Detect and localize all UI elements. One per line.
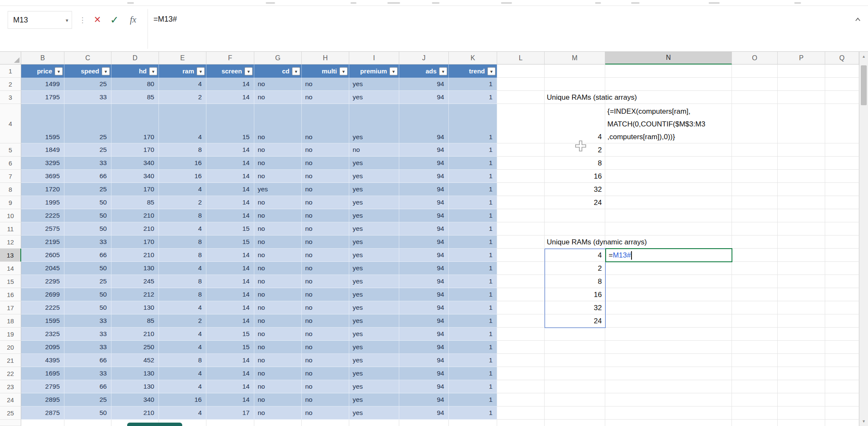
cell-D22[interactable]: 130 xyxy=(111,367,159,380)
row-header-19[interactable]: 19 xyxy=(0,328,21,341)
cell-C22[interactable]: 33 xyxy=(64,367,111,380)
cell-J7[interactable]: 94 xyxy=(399,170,449,183)
cell-B10[interactable]: 2225 xyxy=(21,209,64,222)
cell-B16[interactable]: 2699 xyxy=(21,288,64,301)
column-header-H[interactable]: H xyxy=(302,52,349,64)
cell-E19[interactable]: 4 xyxy=(159,328,206,341)
cell-D12[interactable]: 170 xyxy=(111,235,159,249)
cell-D7[interactable]: 340 xyxy=(111,170,159,183)
cell-D3[interactable]: 85 xyxy=(111,91,159,104)
cell-E4[interactable]: 4 xyxy=(159,104,206,143)
cell-D9[interactable]: 85 xyxy=(111,196,159,209)
table-header-trend[interactable]: trend▾ xyxy=(449,64,497,78)
cell-K7[interactable]: 1 xyxy=(449,170,497,183)
column-header-I[interactable]: I xyxy=(349,52,399,64)
row-header-12[interactable]: 12 xyxy=(0,235,21,249)
cell-I2[interactable]: yes xyxy=(349,78,399,91)
cell-J21[interactable]: 94 xyxy=(399,354,449,367)
cell-F3[interactable]: 14 xyxy=(206,91,254,104)
cell-G15[interactable]: no xyxy=(254,275,302,288)
row-header-7[interactable]: 7 xyxy=(0,170,21,183)
column-header-L[interactable]: L xyxy=(497,52,545,64)
cell-J22[interactable]: 94 xyxy=(399,367,449,380)
column-header-Q[interactable]: Q xyxy=(825,52,859,64)
column-header-E[interactable]: E xyxy=(159,52,206,64)
table-header-multi[interactable]: multi▾ xyxy=(302,64,349,78)
cell-H5[interactable]: no xyxy=(302,143,349,157)
row-header-11[interactable]: 11 xyxy=(0,222,21,235)
cell-M7[interactable]: 16 xyxy=(545,170,605,183)
cell-I21[interactable]: yes xyxy=(349,354,399,367)
row-header-6[interactable]: 6 xyxy=(0,157,21,170)
cell-H2[interactable]: no xyxy=(302,78,349,91)
cell-K6[interactable]: 1 xyxy=(449,157,497,170)
cell-I9[interactable]: yes xyxy=(349,196,399,209)
cell-G3[interactable]: no xyxy=(254,91,302,104)
cell-G2[interactable]: no xyxy=(254,78,302,91)
filter-button-multi[interactable]: ▾ xyxy=(339,67,348,75)
table-header-ads[interactable]: ads▾ xyxy=(399,64,449,78)
cell-G5[interactable]: no xyxy=(254,143,302,157)
cell-D18[interactable]: 85 xyxy=(111,314,159,328)
cell-B15[interactable]: 2295 xyxy=(21,275,64,288)
row-header-9[interactable]: 9 xyxy=(0,196,21,209)
cell-I19[interactable]: yes xyxy=(349,328,399,341)
row-header-24[interactable]: 24 xyxy=(0,393,21,406)
column-header-N[interactable]: N xyxy=(605,52,732,64)
vertical-scroll-thumb[interactable] xyxy=(861,65,867,105)
cell-C15[interactable]: 25 xyxy=(64,275,111,288)
row-header-20[interactable]: 20 xyxy=(0,341,21,354)
row-header-8[interactable]: 8 xyxy=(0,183,21,196)
cell-M4[interactable]: 4 xyxy=(545,104,605,143)
cell-I7[interactable]: yes xyxy=(349,170,399,183)
cell-G18[interactable]: no xyxy=(254,314,302,328)
row-header-13[interactable]: 13 xyxy=(0,249,21,262)
cell-H16[interactable]: no xyxy=(302,288,349,301)
cell-B21[interactable]: 4395 xyxy=(21,354,64,367)
cell-G13[interactable]: no xyxy=(254,249,302,262)
row-header-18[interactable]: 18 xyxy=(0,314,21,328)
cell-I20[interactable]: yes xyxy=(349,341,399,354)
table-header-screen[interactable]: screen▾ xyxy=(206,64,254,78)
cell-D24[interactable]: 340 xyxy=(111,393,159,406)
cell-C25[interactable]: 50 xyxy=(64,406,111,420)
cell-I22[interactable]: yes xyxy=(349,367,399,380)
cell-H19[interactable]: no xyxy=(302,328,349,341)
cell-H21[interactable]: no xyxy=(302,354,349,367)
cell-J25[interactable]: 94 xyxy=(399,406,449,420)
cell-K24[interactable]: 1 xyxy=(449,393,497,406)
cell-H25[interactable]: no xyxy=(302,406,349,420)
cell-M17[interactable]: 32 xyxy=(545,301,605,314)
cell-F2[interactable]: 14 xyxy=(206,78,254,91)
cell-C20[interactable]: 33 xyxy=(64,341,111,354)
column-header-M[interactable]: M xyxy=(545,52,605,64)
row-header-2[interactable]: 2 xyxy=(0,78,21,91)
cell-F24[interactable]: 14 xyxy=(206,393,254,406)
cell-E22[interactable]: 4 xyxy=(159,367,206,380)
cell-J6[interactable]: 94 xyxy=(399,157,449,170)
cell-C8[interactable]: 25 xyxy=(64,183,111,196)
cell-F6[interactable]: 14 xyxy=(206,157,254,170)
column-header-B[interactable]: B xyxy=(21,52,64,64)
cell-C18[interactable]: 33 xyxy=(64,314,111,328)
cell-E7[interactable]: 16 xyxy=(159,170,206,183)
row-header-21[interactable]: 21 xyxy=(0,354,21,367)
cell-E25[interactable]: 4 xyxy=(159,406,206,420)
vertical-scrollbar[interactable]: ▲ ▼ xyxy=(859,52,868,426)
row-header-14[interactable]: 14 xyxy=(0,262,21,275)
cell-H13[interactable]: no xyxy=(302,249,349,262)
table-header-ram[interactable]: ram▾ xyxy=(159,64,206,78)
cell-F9[interactable]: 14 xyxy=(206,196,254,209)
cell-G7[interactable]: no xyxy=(254,170,302,183)
cell-I24[interactable]: yes xyxy=(349,393,399,406)
cell-K9[interactable]: 1 xyxy=(449,196,497,209)
cell-K5[interactable]: 1 xyxy=(449,143,497,157)
cell-K4[interactable]: 1 xyxy=(449,104,497,143)
cell-E8[interactable]: 4 xyxy=(159,183,206,196)
cell-B11[interactable]: 2575 xyxy=(21,222,64,235)
cell-C6[interactable]: 33 xyxy=(64,157,111,170)
column-header-J[interactable]: J xyxy=(399,52,449,64)
cell-G10[interactable]: no xyxy=(254,209,302,222)
cell-E20[interactable]: 4 xyxy=(159,341,206,354)
cell-H10[interactable]: no xyxy=(302,209,349,222)
